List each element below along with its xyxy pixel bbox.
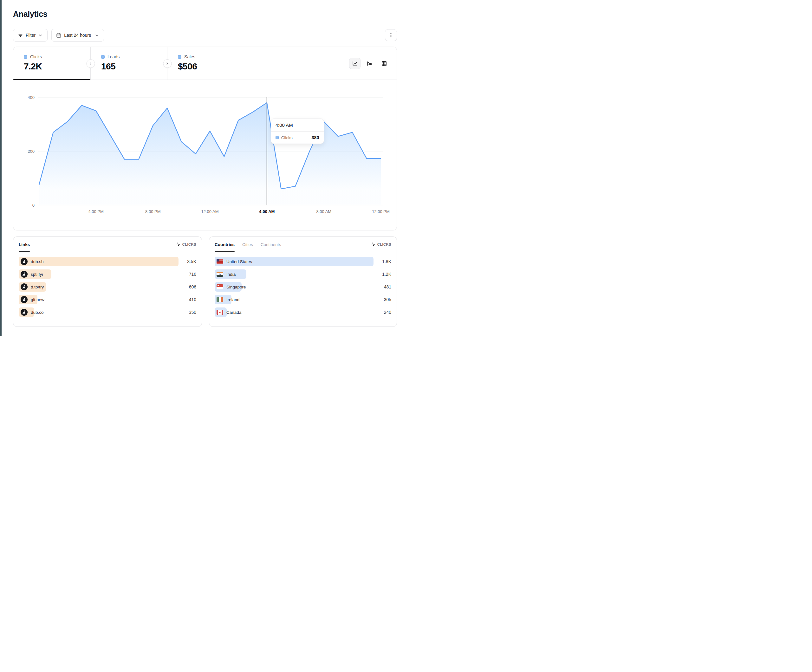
flag-ca-icon: [217, 310, 223, 315]
chart-canvas[interactable]: 0200400 4:00 PM8:00 PM12:00 AM4:00 AM8:0…: [13, 80, 397, 230]
tooltip-series-marker-icon: [276, 136, 279, 139]
links-sort-control[interactable]: CLICKS: [176, 242, 196, 247]
flag-us-icon: [217, 259, 223, 264]
tooltip-value: 380: [311, 135, 319, 140]
kebab-menu-icon: [388, 32, 394, 38]
table-view-button[interactable]: [378, 58, 390, 69]
flag-sg-icon: [217, 284, 223, 289]
link-row[interactable]: git.new410: [19, 295, 196, 304]
tab-clicks-label: Clicks: [30, 54, 42, 59]
row-clicks-value: 481: [374, 284, 391, 289]
tab-sales[interactable]: Sales $506: [167, 47, 244, 80]
chevron-down-icon: [94, 33, 99, 38]
tooltip-series-label: Clicks: [281, 135, 293, 140]
x-tick-label: 4:00 PM: [88, 209, 103, 214]
sales-marker-icon: [178, 55, 181, 59]
funnel-view-button[interactable]: [364, 58, 375, 69]
clicks-area-chart[interactable]: 0200400 4:00 PM8:00 PM12:00 AM4:00 AM8:0…: [13, 80, 397, 230]
row-label: git.new: [31, 297, 44, 302]
countries-list: United States1.8KIndia1.2KSingapore481Ir…: [209, 252, 397, 321]
row-label: d.to/try: [31, 285, 44, 289]
bar-track: Canada: [215, 307, 374, 317]
tab-links[interactable]: Links: [19, 237, 30, 252]
row-clicks-value: 1.2K: [374, 272, 391, 277]
dub-logo-icon: [20, 296, 27, 303]
country-row[interactable]: Singapore481: [215, 282, 391, 292]
more-options-button[interactable]: [385, 29, 397, 41]
chart-tooltip: 4:00 AM Clicks 380: [271, 119, 324, 144]
dub-logo-icon: [20, 283, 27, 290]
row-label: spti.fyi: [31, 272, 43, 277]
filter-lines-icon: [18, 32, 23, 38]
x-tick-label: 12:00 AM: [201, 209, 219, 214]
x-tick-label: 12:00 PM: [372, 209, 390, 214]
next-metric-button[interactable]: [87, 59, 95, 68]
filter-button[interactable]: Filter: [13, 29, 48, 41]
tab-continents[interactable]: Continents: [261, 237, 281, 252]
chart-view-toggles: [349, 58, 390, 69]
tab-leads[interactable]: Leads 165: [91, 47, 167, 80]
row-clicks-value: 410: [179, 297, 196, 302]
line-chart-view-button[interactable]: [349, 58, 360, 69]
bar-track: d.to/try: [19, 282, 179, 292]
toolbar: Filter Last 24 hours: [13, 29, 397, 41]
cursor-click-icon: [371, 242, 375, 247]
bar-track: Singapore: [215, 282, 374, 292]
x-tick-label: 4:00 AM: [259, 209, 275, 214]
row-clicks-value: 716: [179, 272, 196, 277]
row-label: dub.co: [31, 310, 44, 315]
bar-track: Ireland: [215, 295, 374, 304]
page-title: Analytics: [13, 10, 397, 19]
dub-logo-icon: [20, 309, 27, 316]
tab-clicks[interactable]: Clicks 7.2K: [13, 47, 91, 80]
tab-cities[interactable]: Cities: [242, 237, 253, 252]
links-sort-label: CLICKS: [182, 242, 196, 246]
link-row[interactable]: dub.co350: [19, 307, 196, 317]
countries-panel-header: Countries Cities Continents CLICKS: [209, 237, 397, 252]
breakdown-panels: Links CLICKS dub.sh3.5Kspti.fyi716d.to/t…: [13, 237, 397, 327]
tab-countries[interactable]: Countries: [215, 237, 235, 252]
row-label: Singapore: [226, 285, 246, 289]
row-clicks-value: 3.5K: [179, 259, 196, 264]
flag-in-icon: [217, 272, 223, 277]
country-row[interactable]: India1.2K: [215, 269, 391, 279]
metric-tabs-row: Clicks 7.2K Leads 165 Sales $506: [13, 47, 397, 80]
row-label: United States: [226, 259, 252, 264]
row-clicks-value: 240: [374, 310, 391, 315]
leads-marker-icon: [101, 55, 105, 59]
row-label: Ireland: [226, 297, 239, 302]
chevron-down-icon: [38, 33, 43, 38]
bar-track: spti.fyi: [19, 269, 179, 279]
clicks-marker-icon: [24, 55, 27, 59]
bar-track: git.new: [19, 295, 179, 304]
links-panel-header: Links CLICKS: [13, 237, 202, 252]
next-metric-button[interactable]: [163, 59, 172, 68]
x-tick-label: 8:00 AM: [316, 209, 331, 214]
link-row[interactable]: d.to/try606: [19, 282, 196, 292]
y-axis-labels: 0200400: [27, 95, 34, 208]
left-edge-strip: [0, 0, 2, 336]
row-clicks-value: 305: [374, 297, 391, 302]
tab-leads-label: Leads: [107, 54, 119, 59]
countries-sort-control[interactable]: CLICKS: [371, 242, 391, 247]
y-tick-label: 0: [32, 203, 34, 208]
countries-sort-label: CLICKS: [377, 242, 391, 246]
bar-track: India: [215, 269, 374, 279]
tab-sales-label: Sales: [184, 54, 195, 59]
countries-panel: Countries Cities Continents CLICKS Unite…: [209, 237, 397, 327]
link-row[interactable]: spti.fyi716: [19, 269, 196, 279]
bar-track: dub.sh: [19, 257, 179, 266]
tab-leads-value: 165: [101, 61, 167, 72]
date-range-button[interactable]: Last 24 hours: [51, 29, 104, 41]
tooltip-time: 4:00 AM: [271, 119, 324, 131]
links-panel: Links CLICKS dub.sh3.5Kspti.fyi716d.to/t…: [13, 237, 202, 327]
row-label: dub.sh: [31, 259, 44, 264]
country-row[interactable]: Canada240: [215, 307, 391, 317]
dub-logo-icon: [20, 258, 27, 265]
filter-button-label: Filter: [26, 32, 36, 38]
country-row[interactable]: United States1.8K: [215, 257, 391, 266]
row-clicks-value: 606: [179, 284, 196, 289]
link-row[interactable]: dub.sh3.5K: [19, 257, 196, 266]
tab-sales-value: $506: [178, 61, 244, 72]
country-row[interactable]: Ireland305: [215, 295, 391, 304]
